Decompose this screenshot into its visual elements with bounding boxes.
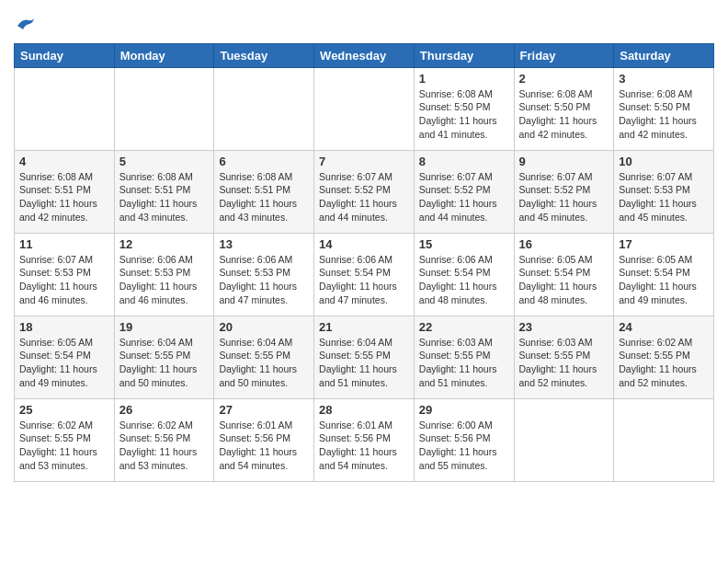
calendar-cell: 3Sunrise: 6:08 AMSunset: 5:50 PMDaylight… bbox=[614, 67, 714, 150]
logo bbox=[14, 17, 36, 38]
day-number: 13 bbox=[219, 237, 309, 251]
day-info: Sunrise: 6:06 AMSunset: 5:53 PMDaylight:… bbox=[219, 253, 309, 307]
calendar-cell: 25Sunrise: 6:02 AMSunset: 5:55 PMDayligh… bbox=[15, 398, 115, 481]
day-info: Sunrise: 6:02 AMSunset: 5:55 PMDaylight:… bbox=[19, 419, 109, 473]
calendar-cell: 17Sunrise: 6:05 AMSunset: 5:54 PMDayligh… bbox=[614, 233, 714, 316]
day-number: 28 bbox=[319, 403, 409, 417]
day-number: 11 bbox=[19, 237, 109, 251]
day-info: Sunrise: 6:07 AMSunset: 5:52 PMDaylight:… bbox=[519, 170, 609, 224]
calendar-cell: 6Sunrise: 6:08 AMSunset: 5:51 PMDaylight… bbox=[214, 150, 314, 233]
day-info: Sunrise: 6:06 AMSunset: 5:54 PMDaylight:… bbox=[419, 253, 509, 307]
weekday-header-wednesday: Wednesday bbox=[314, 43, 415, 67]
day-number: 3 bbox=[619, 72, 709, 86]
calendar-week-row: 4Sunrise: 6:08 AMSunset: 5:51 PMDaylight… bbox=[15, 150, 714, 233]
calendar-cell: 22Sunrise: 6:03 AMSunset: 5:55 PMDayligh… bbox=[414, 316, 514, 398]
calendar-cell: 5Sunrise: 6:08 AMSunset: 5:51 PMDaylight… bbox=[114, 150, 214, 233]
day-number: 25 bbox=[19, 403, 109, 417]
calendar-cell: 28Sunrise: 6:01 AMSunset: 5:56 PMDayligh… bbox=[314, 398, 415, 481]
calendar-cell bbox=[114, 67, 214, 150]
day-info: Sunrise: 6:07 AMSunset: 5:52 PMDaylight:… bbox=[319, 170, 409, 224]
calendar-cell: 29Sunrise: 6:00 AMSunset: 5:56 PMDayligh… bbox=[414, 398, 514, 481]
day-number: 20 bbox=[219, 320, 309, 334]
calendar-cell: 19Sunrise: 6:04 AMSunset: 5:55 PMDayligh… bbox=[114, 316, 214, 398]
calendar-cell: 4Sunrise: 6:08 AMSunset: 5:51 PMDaylight… bbox=[15, 150, 115, 233]
day-info: Sunrise: 6:00 AMSunset: 5:56 PMDaylight:… bbox=[419, 419, 509, 473]
day-number: 16 bbox=[519, 237, 609, 251]
calendar-cell: 16Sunrise: 6:05 AMSunset: 5:54 PMDayligh… bbox=[514, 233, 614, 316]
day-info: Sunrise: 6:08 AMSunset: 5:51 PMDaylight:… bbox=[119, 170, 210, 224]
day-info: Sunrise: 6:02 AMSunset: 5:55 PMDaylight:… bbox=[619, 336, 709, 390]
day-number: 21 bbox=[319, 320, 409, 334]
day-number: 17 bbox=[619, 237, 709, 251]
day-info: Sunrise: 6:07 AMSunset: 5:53 PMDaylight:… bbox=[19, 253, 109, 307]
day-number: 2 bbox=[519, 72, 609, 86]
day-info: Sunrise: 6:05 AMSunset: 5:54 PMDaylight:… bbox=[619, 253, 709, 307]
calendar-week-row: 11Sunrise: 6:07 AMSunset: 5:53 PMDayligh… bbox=[15, 233, 714, 316]
day-number: 9 bbox=[519, 155, 609, 168]
day-number: 26 bbox=[119, 403, 210, 417]
day-info: Sunrise: 6:08 AMSunset: 5:51 PMDaylight:… bbox=[219, 170, 309, 224]
weekday-header-saturday: Saturday bbox=[614, 43, 714, 67]
day-number: 23 bbox=[519, 320, 609, 334]
day-number: 19 bbox=[119, 320, 210, 334]
day-info: Sunrise: 6:04 AMSunset: 5:55 PMDaylight:… bbox=[219, 336, 309, 390]
day-number: 8 bbox=[419, 155, 509, 168]
day-number: 12 bbox=[119, 237, 210, 251]
day-number: 14 bbox=[319, 237, 409, 251]
calendar-cell: 23Sunrise: 6:03 AMSunset: 5:55 PMDayligh… bbox=[514, 316, 614, 398]
day-number: 18 bbox=[19, 320, 109, 334]
calendar-cell: 21Sunrise: 6:04 AMSunset: 5:55 PMDayligh… bbox=[314, 316, 415, 398]
day-number: 22 bbox=[419, 320, 509, 334]
calendar-cell: 15Sunrise: 6:06 AMSunset: 5:54 PMDayligh… bbox=[414, 233, 514, 316]
calendar-cell: 13Sunrise: 6:06 AMSunset: 5:53 PMDayligh… bbox=[214, 233, 314, 316]
weekday-header-thursday: Thursday bbox=[414, 43, 514, 67]
weekday-header-friday: Friday bbox=[514, 43, 614, 67]
day-number: 6 bbox=[219, 155, 309, 168]
calendar-cell: 27Sunrise: 6:01 AMSunset: 5:56 PMDayligh… bbox=[214, 398, 314, 481]
day-number: 5 bbox=[119, 155, 210, 168]
calendar-cell: 11Sunrise: 6:07 AMSunset: 5:53 PMDayligh… bbox=[15, 233, 115, 316]
calendar-cell bbox=[614, 398, 714, 481]
calendar-cell: 12Sunrise: 6:06 AMSunset: 5:53 PMDayligh… bbox=[114, 233, 214, 316]
calendar-cell: 10Sunrise: 6:07 AMSunset: 5:53 PMDayligh… bbox=[614, 150, 714, 233]
calendar-cell: 18Sunrise: 6:05 AMSunset: 5:54 PMDayligh… bbox=[15, 316, 115, 398]
calendar-cell: 9Sunrise: 6:07 AMSunset: 5:52 PMDaylight… bbox=[514, 150, 614, 233]
calendar-cell bbox=[214, 67, 314, 150]
day-info: Sunrise: 6:08 AMSunset: 5:50 PMDaylight:… bbox=[419, 87, 509, 142]
calendar-cell bbox=[314, 67, 415, 150]
weekday-header-monday: Monday bbox=[114, 43, 214, 67]
calendar-cell: 14Sunrise: 6:06 AMSunset: 5:54 PMDayligh… bbox=[314, 233, 415, 316]
day-info: Sunrise: 6:05 AMSunset: 5:54 PMDaylight:… bbox=[519, 253, 609, 307]
day-number: 27 bbox=[219, 403, 309, 417]
calendar-cell: 20Sunrise: 6:04 AMSunset: 5:55 PMDayligh… bbox=[214, 316, 314, 398]
logo-bird-icon bbox=[16, 17, 36, 33]
day-info: Sunrise: 6:08 AMSunset: 5:50 PMDaylight:… bbox=[519, 87, 609, 142]
weekday-header-sunday: Sunday bbox=[15, 43, 115, 67]
day-info: Sunrise: 6:03 AMSunset: 5:55 PMDaylight:… bbox=[519, 336, 609, 390]
calendar-cell bbox=[514, 398, 614, 481]
day-info: Sunrise: 6:06 AMSunset: 5:53 PMDaylight:… bbox=[119, 253, 210, 307]
day-info: Sunrise: 6:01 AMSunset: 5:56 PMDaylight:… bbox=[319, 419, 409, 473]
calendar-cell: 26Sunrise: 6:02 AMSunset: 5:56 PMDayligh… bbox=[114, 398, 214, 481]
day-info: Sunrise: 6:07 AMSunset: 5:53 PMDaylight:… bbox=[619, 170, 709, 224]
day-info: Sunrise: 6:03 AMSunset: 5:55 PMDaylight:… bbox=[419, 336, 509, 390]
calendar-cell: 1Sunrise: 6:08 AMSunset: 5:50 PMDaylight… bbox=[414, 67, 514, 150]
day-info: Sunrise: 6:07 AMSunset: 5:52 PMDaylight:… bbox=[419, 170, 509, 224]
day-info: Sunrise: 6:04 AMSunset: 5:55 PMDaylight:… bbox=[319, 336, 409, 390]
day-number: 4 bbox=[19, 155, 109, 168]
calendar-week-row: 18Sunrise: 6:05 AMSunset: 5:54 PMDayligh… bbox=[15, 316, 714, 398]
day-number: 10 bbox=[619, 155, 709, 168]
day-number: 7 bbox=[319, 155, 409, 168]
day-info: Sunrise: 6:01 AMSunset: 5:56 PMDaylight:… bbox=[219, 419, 309, 473]
calendar-week-row: 25Sunrise: 6:02 AMSunset: 5:55 PMDayligh… bbox=[15, 398, 714, 481]
day-info: Sunrise: 6:08 AMSunset: 5:51 PMDaylight:… bbox=[19, 170, 109, 224]
calendar-cell: 2Sunrise: 6:08 AMSunset: 5:50 PMDaylight… bbox=[514, 67, 614, 150]
day-number: 29 bbox=[419, 403, 509, 417]
calendar-cell: 7Sunrise: 6:07 AMSunset: 5:52 PMDaylight… bbox=[314, 150, 415, 233]
day-info: Sunrise: 6:06 AMSunset: 5:54 PMDaylight:… bbox=[319, 253, 409, 307]
day-number: 24 bbox=[619, 320, 709, 334]
weekday-header-tuesday: Tuesday bbox=[214, 43, 314, 67]
calendar-cell bbox=[15, 67, 115, 150]
calendar-header-row: SundayMondayTuesdayWednesdayThursdayFrid… bbox=[15, 43, 714, 67]
calendar-table: SundayMondayTuesdayWednesdayThursdayFrid… bbox=[14, 43, 714, 482]
